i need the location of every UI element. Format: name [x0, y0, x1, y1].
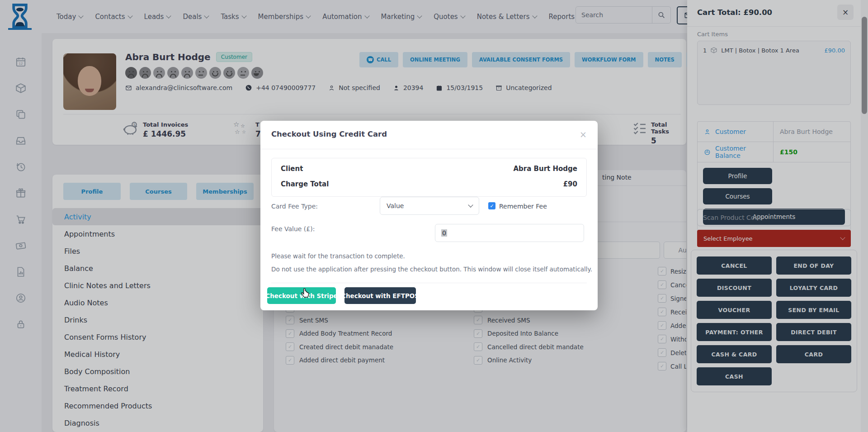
app-root: Today Contacts Leads Deals — [0, 0, 868, 432]
remember-fee-label: Remember Fee — [499, 203, 547, 210]
client-label: Client — [281, 165, 303, 173]
chevron-down-icon — [468, 202, 473, 207]
card-fee-type-label: Card Fee Type: — [271, 203, 318, 210]
checkout-eftpos-button[interactable]: Checkout with EFTPOS — [344, 287, 416, 304]
charge-total-label: Charge Total — [281, 180, 329, 188]
card-fee-type-select[interactable]: Value — [380, 197, 479, 215]
modal-header-divider — [260, 149, 598, 149]
client-value: Abra Burt Hodge — [514, 165, 578, 173]
fee-value-input[interactable]: 0 — [435, 224, 584, 242]
modal-title: Checkout Using Credit Card — [271, 130, 387, 138]
modal-footer-divider — [271, 283, 587, 283]
checkout-stripe-button[interactable]: Checkout with Stripe — [267, 287, 336, 304]
checkout-modal: Checkout Using Credit Card × Client Abra… — [260, 121, 598, 310]
charge-total-value: £90 — [563, 180, 577, 188]
checkout-warning-note: Do not use the application after pressin… — [271, 266, 592, 273]
transaction-note: Please wait for the transaction to compl… — [271, 252, 405, 260]
modal-close-button[interactable]: × — [577, 128, 590, 141]
checkout-summary-panel: Client Abra Burt Hodge Charge Total £90 — [271, 158, 587, 197]
fee-value-text: 0 — [441, 229, 447, 237]
remember-fee-checkbox[interactable]: ✓ — [488, 202, 495, 209]
fee-value-label: Fee Value (£): — [271, 225, 315, 233]
